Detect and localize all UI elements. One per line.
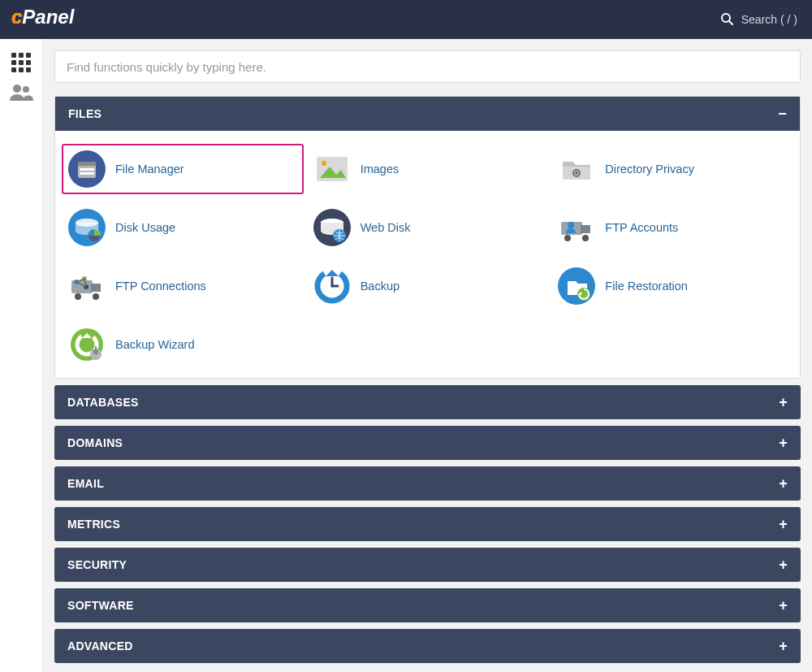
ftp-accounts-icon [558, 209, 595, 246]
item-label: Disk Usage [115, 221, 175, 234]
item-label: File Manager [115, 163, 184, 176]
item-label: FTP Connections [115, 280, 206, 293]
item-backup-wizard[interactable]: Backup Wizard [62, 319, 304, 370]
item-label: Web Disk [361, 221, 411, 234]
backup-icon [313, 267, 351, 305]
panel-title: SECURITY [67, 558, 127, 571]
ftp-connections-icon [68, 267, 106, 305]
panel-metrics: METRICS + [54, 507, 801, 541]
left-rail [0, 39, 43, 672]
plus-icon: + [779, 395, 788, 410]
panel-title: SOFTWARE [67, 599, 134, 612]
file-manager-icon [68, 150, 106, 188]
panel-software: SOFTWARE + [54, 588, 801, 622]
panel-title: FILES [68, 107, 102, 120]
item-file-restoration[interactable]: File Restoration [551, 261, 793, 311]
panel-header-databases[interactable]: DATABASES + [54, 385, 801, 419]
svg-rect-5 [19, 53, 24, 58]
item-label: Backup [361, 280, 400, 293]
svg-point-38 [75, 293, 81, 300]
svg-rect-9 [26, 60, 31, 65]
sidebar-users-button[interactable] [9, 83, 33, 102]
top-bar: cPanel c Search ( / ) [0, 0, 812, 39]
panel-header-software[interactable]: SOFTWARE + [54, 588, 801, 622]
top-search[interactable]: Search ( / ) [720, 12, 797, 28]
svg-point-39 [93, 293, 99, 300]
panel-header-advanced[interactable]: ADVANCED + [54, 629, 801, 663]
item-label: Images [361, 163, 400, 176]
svg-rect-19 [80, 172, 94, 175]
panel-header-files[interactable]: FILES − [55, 97, 800, 131]
panel-domains: DOMAINS + [54, 426, 801, 460]
search-icon [720, 12, 733, 28]
item-ftp-accounts[interactable]: FTP Accounts [551, 202, 793, 253]
svg-line-3 [729, 21, 732, 24]
item-images[interactable]: Images [307, 144, 549, 194]
images-icon [313, 150, 351, 188]
item-label: File Restoration [605, 280, 688, 293]
svg-point-13 [13, 85, 21, 93]
disk-usage-icon [68, 209, 106, 246]
quick-find-input[interactable] [54, 50, 801, 83]
item-disk-usage[interactable]: Disk Usage [62, 202, 304, 253]
panel-header-domains[interactable]: DOMAINS + [54, 426, 801, 460]
item-ftp-connections[interactable]: FTP Connections [62, 261, 304, 311]
svg-rect-6 [26, 53, 31, 58]
svg-point-35 [568, 222, 574, 228]
item-label: FTP Accounts [605, 221, 678, 234]
plus-icon: + [779, 639, 788, 653]
brand-logo: cPanel c [11, 7, 101, 33]
plus-icon: + [779, 517, 788, 531]
item-label: Backup Wizard [115, 338, 195, 351]
svg-rect-10 [11, 67, 16, 72]
panel-title: DOMAINS [67, 436, 123, 449]
panel-security: SECURITY + [54, 548, 801, 582]
svg-point-24 [575, 171, 578, 175]
item-file-manager[interactable]: File Manager [62, 144, 304, 194]
svg-rect-4 [11, 53, 16, 58]
svg-rect-7 [11, 60, 16, 65]
item-label: Directory Privacy [605, 163, 694, 176]
panel-title: ADVANCED [67, 639, 133, 652]
panel-body-files: File Manager Images [55, 131, 800, 378]
plus-icon: + [779, 598, 788, 613]
web-disk-icon [313, 209, 351, 246]
svg-point-33 [564, 235, 571, 241]
panel-databases: DATABASES + [54, 385, 801, 419]
svg-text:c: c [11, 7, 22, 28]
svg-point-21 [322, 161, 326, 166]
main-content: FILES − [43, 39, 812, 672]
svg-rect-12 [26, 67, 31, 72]
grid-icon [11, 52, 32, 73]
svg-rect-8 [19, 60, 24, 65]
panel-header-security[interactable]: SECURITY + [54, 548, 801, 582]
panel-title: EMAIL [67, 477, 104, 490]
svg-rect-18 [80, 168, 94, 171]
panel-email: EMAIL + [54, 466, 801, 501]
panel-files: FILES − [54, 96, 801, 379]
item-web-disk[interactable]: Web Disk [307, 202, 549, 253]
item-directory-privacy[interactable]: Directory Privacy [551, 144, 793, 194]
plus-icon: + [779, 557, 788, 572]
sidebar-home-button[interactable] [11, 52, 32, 73]
directory-privacy-icon [558, 150, 595, 188]
plus-icon: + [779, 436, 788, 450]
file-restoration-icon [558, 267, 595, 305]
svg-rect-11 [19, 67, 24, 72]
svg-marker-47 [326, 270, 339, 276]
svg-rect-32 [581, 225, 590, 233]
svg-rect-57 [93, 349, 98, 354]
users-icon [9, 83, 33, 102]
minus-icon: − [778, 106, 787, 121]
panel-title: DATABASES [67, 396, 139, 409]
panel-header-metrics[interactable]: METRICS + [54, 507, 801, 541]
svg-rect-37 [91, 284, 101, 292]
backup-wizard-icon [68, 326, 106, 363]
top-search-label: Search ( / ) [741, 13, 797, 26]
item-backup[interactable]: Backup [307, 261, 549, 311]
svg-rect-17 [78, 162, 96, 166]
panel-header-email[interactable]: EMAIL + [54, 466, 801, 501]
panel-title: METRICS [67, 518, 120, 531]
svg-point-34 [582, 235, 589, 241]
panel-advanced: ADVANCED + [54, 629, 801, 663]
